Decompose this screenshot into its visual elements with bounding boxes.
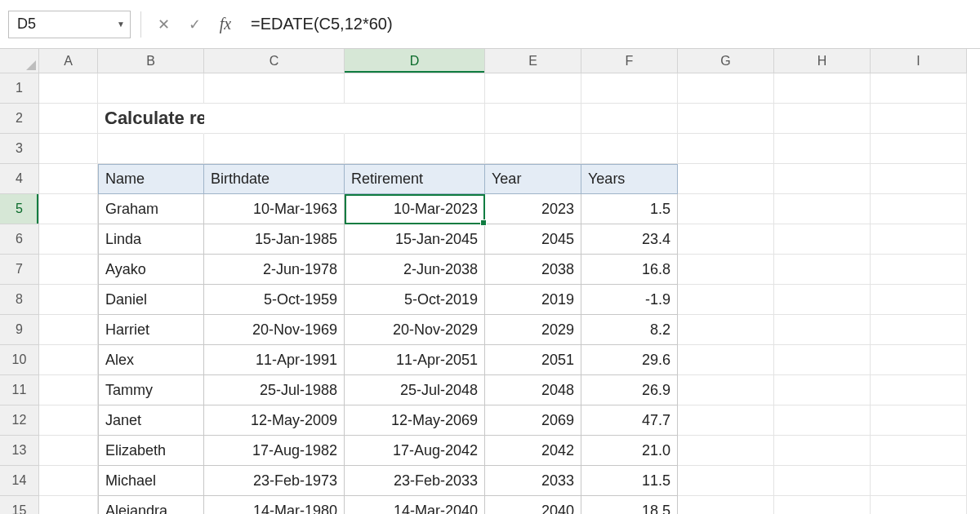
- table-header-year[interactable]: Year: [485, 164, 581, 194]
- cell[interactable]: [774, 375, 871, 405]
- row-header[interactable]: 12: [0, 405, 39, 436]
- table-header-birth[interactable]: Birthdate: [204, 164, 345, 194]
- select-all-corner[interactable]: [0, 49, 39, 73]
- row-header[interactable]: 2: [0, 104, 39, 134]
- cell[interactable]: [204, 134, 345, 164]
- cell[interactable]: [774, 436, 871, 466]
- cell-year[interactable]: 2042: [485, 436, 581, 466]
- cell[interactable]: [345, 134, 485, 164]
- cell[interactable]: [204, 73, 345, 104]
- col-header[interactable]: I: [871, 49, 967, 73]
- table-header-years[interactable]: Years: [581, 164, 678, 194]
- cell[interactable]: [774, 285, 871, 315]
- cell-birth[interactable]: 2-Jun-1978: [204, 255, 345, 285]
- page-title[interactable]: Calculate retirement date: [98, 104, 204, 134]
- cell[interactable]: [485, 134, 581, 164]
- cell-year[interactable]: 2029: [485, 315, 581, 345]
- cell-year[interactable]: 2069: [485, 405, 581, 436]
- row-header[interactable]: 13: [0, 436, 39, 466]
- cell[interactable]: [774, 224, 871, 255]
- cell[interactable]: [678, 164, 774, 194]
- cell-name[interactable]: Linda: [98, 224, 204, 255]
- cell-years[interactable]: 11.5: [581, 466, 678, 496]
- cell-retire[interactable]: 12-May-2069: [345, 405, 485, 436]
- row-header[interactable]: 6: [0, 224, 39, 255]
- cell[interactable]: [678, 73, 774, 104]
- cell-retire[interactable]: 2-Jun-2038: [345, 255, 485, 285]
- row-header[interactable]: 8: [0, 285, 39, 315]
- cell[interactable]: [39, 466, 98, 496]
- row-header[interactable]: 1: [0, 73, 39, 104]
- cell[interactable]: [678, 285, 774, 315]
- cell[interactable]: [39, 345, 98, 375]
- cell[interactable]: [774, 405, 871, 436]
- cell[interactable]: [678, 405, 774, 436]
- cell[interactable]: [871, 104, 967, 134]
- row-header[interactable]: 10: [0, 345, 39, 375]
- cell[interactable]: [39, 315, 98, 345]
- cell-retire[interactable]: 17-Aug-2042: [345, 436, 485, 466]
- cell-year[interactable]: 2033: [485, 466, 581, 496]
- cell[interactable]: [678, 375, 774, 405]
- cell[interactable]: [871, 405, 967, 436]
- cell-birth[interactable]: 20-Nov-1969: [204, 315, 345, 345]
- cell-years[interactable]: 18.5: [581, 496, 678, 514]
- col-header[interactable]: B: [98, 49, 204, 73]
- col-header[interactable]: G: [678, 49, 774, 73]
- cell-year[interactable]: 2038: [485, 255, 581, 285]
- cell[interactable]: [774, 134, 871, 164]
- fx-icon[interactable]: fx: [213, 12, 238, 37]
- row-header[interactable]: 9: [0, 315, 39, 345]
- cell[interactable]: [871, 255, 967, 285]
- cell-birth[interactable]: 25-Jul-1988: [204, 375, 345, 405]
- cell-birth[interactable]: 12-May-2009: [204, 405, 345, 436]
- cell-retire[interactable]: 23-Feb-2033: [345, 466, 485, 496]
- cell[interactable]: [774, 73, 871, 104]
- col-header[interactable]: H: [774, 49, 871, 73]
- cell-retire[interactable]: 14-Mar-2040: [345, 496, 485, 514]
- cell-name[interactable]: Ayako: [98, 255, 204, 285]
- cell-retire[interactable]: 10-Mar-2023: [345, 194, 485, 224]
- cell[interactable]: [39, 375, 98, 405]
- cell[interactable]: [39, 405, 98, 436]
- cell-year[interactable]: 2040: [485, 496, 581, 514]
- cell[interactable]: [39, 194, 98, 224]
- cell[interactable]: [39, 73, 98, 104]
- cell-years[interactable]: 1.5: [581, 194, 678, 224]
- cell-years[interactable]: 21.0: [581, 436, 678, 466]
- cell-years[interactable]: 26.9: [581, 375, 678, 405]
- cell[interactable]: [871, 315, 967, 345]
- cell[interactable]: [871, 375, 967, 405]
- cell-name[interactable]: Elizabeth: [98, 436, 204, 466]
- cell-birth[interactable]: 5-Oct-1959: [204, 285, 345, 315]
- formula-input[interactable]: [244, 11, 975, 38]
- cell[interactable]: [871, 285, 967, 315]
- cell[interactable]: [581, 73, 678, 104]
- cell[interactable]: [39, 255, 98, 285]
- cell[interactable]: [774, 164, 871, 194]
- cell[interactable]: [774, 345, 871, 375]
- cell[interactable]: [678, 224, 774, 255]
- row-header[interactable]: 11: [0, 375, 39, 405]
- cell[interactable]: [485, 104, 581, 134]
- table-header-retire[interactable]: Retirement: [345, 164, 485, 194]
- cell-years[interactable]: 29.6: [581, 345, 678, 375]
- cell-name[interactable]: Graham: [98, 194, 204, 224]
- row-header[interactable]: 7: [0, 255, 39, 285]
- cell[interactable]: [485, 73, 581, 104]
- cell[interactable]: [678, 255, 774, 285]
- cell-years[interactable]: 16.8: [581, 255, 678, 285]
- cell[interactable]: [581, 134, 678, 164]
- cell[interactable]: [39, 134, 98, 164]
- cell[interactable]: [678, 466, 774, 496]
- cell[interactable]: [774, 496, 871, 514]
- row-header[interactable]: 4: [0, 164, 39, 194]
- table-header-name[interactable]: Name: [98, 164, 204, 194]
- cell-years[interactable]: 47.7: [581, 405, 678, 436]
- cell[interactable]: [39, 436, 98, 466]
- col-header[interactable]: C: [204, 49, 345, 73]
- cell[interactable]: [678, 345, 774, 375]
- cell-birth[interactable]: 11-Apr-1991: [204, 345, 345, 375]
- cell[interactable]: [39, 285, 98, 315]
- cell[interactable]: [98, 73, 204, 104]
